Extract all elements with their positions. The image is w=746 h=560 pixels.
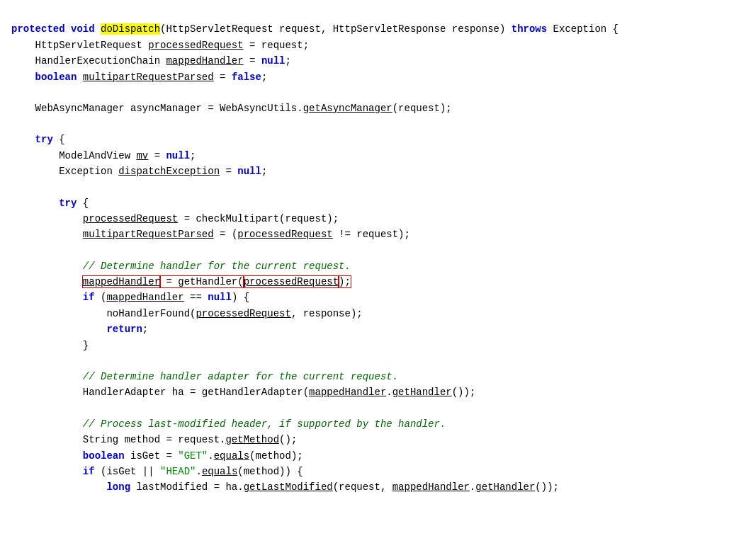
code-line: try {: [0, 195, 746, 211]
code-token: Exception {: [547, 23, 618, 35]
code-token: [95, 23, 101, 35]
code-token: boolean: [83, 450, 125, 462]
code-line: noHandlerFound(processedRequest, respons…: [0, 306, 746, 321]
code-token: multipartRequestParsed: [83, 229, 214, 240]
code-token: throws: [512, 23, 547, 35]
code-line: HttpServletRequest processedRequest = re…: [0, 38, 746, 53]
code-token: mappedHandler: [106, 292, 183, 303]
code-token: getAsyncManager: [303, 103, 392, 114]
code-token: ==: [184, 292, 208, 303]
code-token: lastModified = ha.: [130, 481, 244, 493]
code-token: protected: [11, 23, 65, 35]
code-token: noHandlerFound(: [11, 308, 196, 319]
code-token: null: [208, 292, 232, 303]
code-token: [11, 371, 83, 382]
code-token: =: [214, 72, 232, 83]
code-token: (method);: [249, 450, 303, 462]
code-token: != request);: [333, 229, 410, 240]
code-line: mappedHandler = getHandler(processedRequ…: [0, 274, 746, 290]
code-token: }: [11, 340, 89, 351]
code-line: }: [0, 338, 746, 353]
code-token: mappedHandler: [392, 481, 470, 493]
code-token: try: [59, 198, 77, 209]
code-token: if: [83, 466, 95, 477]
code-token: Exception: [11, 166, 118, 177]
code-token: = request;: [244, 40, 309, 51]
code-token: processedRequest: [244, 276, 339, 287]
code-line: [0, 243, 746, 258]
code-token: "GET": [178, 450, 208, 462]
code-token: .: [386, 387, 392, 398]
code-token: processedRequest: [237, 229, 332, 240]
code-token: null: [166, 150, 190, 161]
code-line: boolean isGet = "GET".equals(method);: [0, 448, 746, 464]
code-token: dispatchException: [118, 166, 220, 177]
code-token: [77, 72, 82, 83]
code-line: [0, 180, 746, 195]
code-token: false: [232, 72, 261, 83]
code-token: return: [106, 324, 142, 335]
code-token: ());: [535, 481, 559, 493]
code-token: ;: [261, 166, 267, 177]
code-token: getLastModified: [244, 481, 333, 493]
code-token: null: [237, 166, 261, 177]
code-token: (HttpServletRequest request, HttpServlet…: [160, 23, 512, 35]
code-line: [0, 116, 746, 132]
code-token: mappedHandler: [166, 55, 243, 67]
code-token: ;: [285, 55, 290, 67]
code-line: Exception dispatchException = null;: [0, 164, 746, 179]
code-token: ();: [279, 434, 297, 445]
code-token: .: [208, 450, 213, 462]
code-token: [11, 72, 35, 83]
code-token: [11, 324, 106, 335]
code-view: protected void doDispatch(HttpServletReq…: [0, 0, 746, 560]
code-token: processedRequest: [148, 40, 243, 51]
code-line: processedRequest = checkMultipart(reques…: [0, 211, 746, 227]
code-token: ());: [452, 387, 476, 398]
code-token: = getHandler(: [160, 276, 244, 287]
code-token: =: [148, 150, 166, 161]
code-token: getHandler: [392, 387, 452, 398]
code-token: [11, 261, 83, 272]
code-line: long lastModified = ha.getLastModified(r…: [0, 479, 746, 495]
code-token: processedRequest: [83, 213, 178, 224]
code-token: = checkMultipart(request);: [178, 213, 339, 224]
code-line: ModelAndView mv = null;: [0, 148, 746, 164]
code-token: = (: [214, 229, 238, 240]
code-token: doDispatch: [101, 23, 160, 35]
code-token: void: [71, 23, 95, 35]
code-token: getMethod: [225, 434, 279, 445]
code-token: // Determine handler for the current req…: [83, 261, 351, 272]
code-token: boolean: [35, 72, 77, 83]
code-token: [11, 198, 59, 209]
code-token: ;: [190, 150, 196, 161]
code-token: [11, 213, 83, 224]
code-line: try {: [0, 132, 746, 147]
code-token: .: [196, 466, 201, 477]
code-token: [11, 481, 106, 493]
code-token: processedRequest: [196, 308, 290, 319]
code-line: HandlerExecutionChain mappedHandler = nu…: [0, 53, 746, 69]
code-token: "HEAD": [160, 466, 196, 477]
code-token: =: [220, 166, 237, 177]
code-token: (request,: [333, 481, 392, 493]
code-token: getHandler: [475, 481, 535, 493]
code-token: (isGet ||: [95, 466, 160, 477]
code-line: [0, 85, 746, 101]
code-token: [11, 466, 83, 477]
code-line: // Determine handler for the current req…: [0, 258, 746, 274]
code-token: HandlerExecutionChain: [11, 55, 166, 67]
code-token: equals: [214, 450, 249, 462]
code-token: mappedHandler: [309, 387, 386, 398]
code-token: =: [244, 55, 261, 67]
code-token: {: [77, 198, 89, 209]
code-token: if: [83, 292, 95, 303]
code-line: String method = request.getMethod();: [0, 432, 746, 447]
code-token: mv: [136, 150, 148, 161]
code-line: HandlerAdapter ha = getHandlerAdapter(ma…: [0, 384, 746, 400]
code-line: boolean multipartRequestParsed = false;: [0, 69, 746, 85]
code-token: {: [53, 134, 65, 145]
code-token: ;: [142, 324, 148, 335]
code-token: HttpServletRequest: [11, 40, 148, 51]
code-token: long: [106, 481, 130, 493]
